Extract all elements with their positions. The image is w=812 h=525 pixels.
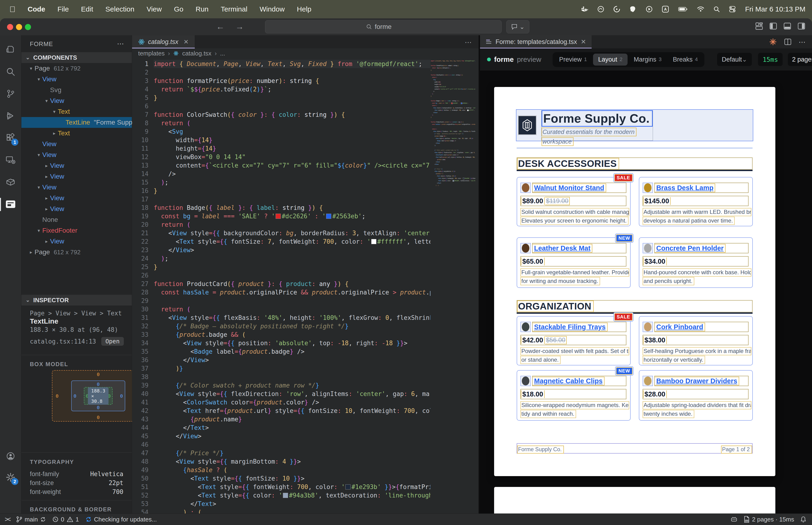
footer-brand[interactable]: Forme Supply Co. (517, 446, 564, 453)
creative-cloud-icon[interactable] (597, 6, 604, 13)
bell-icon[interactable] (800, 516, 806, 523)
product-card-leather-desk-mat[interactable]: NEWLeather Desk Mat$65.00Full-grain vege… (517, 237, 631, 288)
doc-tagline-line[interactable]: workspace (541, 137, 573, 146)
update-status[interactable]: Checking for updates... (86, 516, 157, 523)
code-area[interactable]: import { Document, Page, View, Text, Svg… (154, 60, 430, 514)
sidebar-item-account[interactable] (0, 446, 21, 466)
tree-item-none-14[interactable]: None (21, 214, 132, 225)
product-name-link[interactable]: Concrete Pen Holder (655, 244, 725, 253)
product-card-magnetic-cable-clips[interactable]: NEWMagnetic Cable Clips$18.00Silicone-wr… (517, 370, 631, 421)
editor-actions-more-icon[interactable]: ⋯ (465, 38, 473, 46)
zoom-window-button[interactable] (25, 24, 31, 30)
breadcrumb-templates[interactable]: templates (138, 50, 165, 57)
product-card-cork-pinboard[interactable]: Cork Pinboard$38.00Self-healing Portugue… (639, 316, 753, 365)
product-name-link[interactable]: Magnetic Cable Clips (533, 377, 604, 386)
product-name-link[interactable]: Bamboo Drawer Dividers (655, 377, 739, 386)
swirl-icon[interactable] (613, 6, 620, 13)
mode-margins[interactable]: Margins3 (628, 54, 667, 65)
tree-item-view-10[interactable]: ▸View (21, 171, 132, 182)
battery-icon[interactable] (678, 7, 688, 12)
docker-icon[interactable]: ! (581, 6, 588, 12)
sidebar-item-settings[interactable]: 2 (0, 467, 21, 487)
template-dropdown[interactable]: Default ⌄ (717, 53, 752, 66)
preview-page-1[interactable]: Forme Supply Co. Curated essentials for … (494, 87, 775, 476)
doc-footer[interactable]: Forme Supply Co. Page 1 of 2 (517, 443, 753, 453)
tree-item-page-17[interactable]: ▸Page612 x 792 (21, 247, 132, 258)
tree-item-textline-5[interactable]: TextLine"Forme Supply... (21, 117, 132, 128)
command-center-search[interactable]: forme (265, 20, 502, 33)
product-name-link[interactable]: Brass Desk Lamp (655, 183, 715, 192)
menu-item-selection[interactable]: Selection (106, 5, 134, 13)
forme-pages-status[interactable]: PDF 2 pages · 15ms (744, 516, 794, 523)
toggle-secondary-sidebar-icon[interactable] (797, 22, 806, 30)
sidebar-item-extensions[interactable]: 1 (0, 128, 21, 148)
product-card-stackable-filing-trays[interactable]: SALEStackable Filing Trays$42.00$56.00Po… (517, 316, 631, 365)
sidebar-item-source-control[interactable] (0, 84, 21, 104)
sidebar-item-forme[interactable] (0, 194, 21, 214)
menu-item-code[interactable]: Code (28, 5, 45, 13)
sidebar-item-package[interactable] (0, 172, 21, 192)
close-icon[interactable]: ✕ (581, 38, 586, 46)
menu-item-terminal[interactable]: Terminal (221, 5, 247, 13)
tree-item-view-1[interactable]: ▾View (21, 74, 132, 85)
apple-menu-icon[interactable]:  (10, 5, 16, 14)
minimize-window-button[interactable] (16, 24, 22, 30)
product-name-link[interactable]: Walnut Monitor Stand (533, 183, 606, 192)
product-name-link[interactable]: Stackable Filing Trays (533, 322, 608, 331)
menu-item-help[interactable]: Help (297, 5, 311, 13)
tree-item-view-16[interactable]: ▸View (21, 236, 132, 247)
tree-item-view-13[interactable]: ▸View (21, 204, 132, 214)
mode-layout[interactable]: Layout2 (593, 54, 628, 65)
branch-indicator[interactable]: main (16, 516, 46, 523)
tree-item-view-11[interactable]: ▾View (21, 182, 132, 193)
split-editor-icon[interactable] (784, 38, 792, 46)
remote-indicator[interactable]: >< (5, 515, 10, 523)
doc-section-title-box[interactable]: DESK ACCESSORIES (517, 158, 753, 170)
tree-item-view-12[interactable]: ▸View (21, 193, 132, 204)
menu-item-run[interactable]: Run (196, 5, 209, 13)
menu-item-go[interactable]: Go (174, 5, 183, 13)
menu-item-window[interactable]: Window (260, 5, 285, 13)
doc-tagline-line[interactable]: Curated essentials for the modern (541, 127, 637, 136)
wifi-icon[interactable] (697, 6, 704, 12)
breadcrumb-symbol[interactable]: ... (220, 50, 225, 57)
copilot-chat-button[interactable]: ⌄ (506, 20, 530, 33)
forward-arrow-icon[interactable]: → (235, 21, 244, 31)
doc-header-band[interactable]: Forme Supply Co. Curated essentials for … (516, 109, 753, 141)
product-card-walnut-monitor-stand[interactable]: SALEWalnut Monitor Stand$89.00$119.00Sol… (517, 177, 631, 226)
preview-page-2[interactable]: WRITING INSTRUMENTS (494, 487, 775, 514)
menu-item-view[interactable]: View (147, 5, 162, 13)
postgres-icon[interactable] (629, 6, 637, 13)
minimap[interactable]: import { Document, Page, View, Text, Svg… (431, 60, 475, 514)
sidebar-item-run-debug[interactable] (0, 106, 21, 126)
sidebar-item-remote-explorer[interactable] (0, 150, 21, 170)
product-card-concrete-pen-holder[interactable]: Concrete Pen Holder$34.00Hand-poured con… (639, 237, 753, 288)
close-window-button[interactable] (7, 24, 13, 30)
doc-brand-title[interactable]: Forme Supply Co. (541, 110, 653, 127)
tree-item-fixedfooter-15[interactable]: ▾FixedFooter (21, 225, 132, 236)
problems-indicator[interactable]: 0 1 (52, 516, 79, 523)
tree-item-svg-2[interactable]: Svg (21, 85, 132, 95)
product-card-brass-desk-lamp[interactable]: Brass Desk Lamp$145.00Adjustable arm wit… (639, 177, 753, 226)
inspector-section-header[interactable]: ⌄INSPECTOR (21, 295, 132, 305)
back-arrow-icon[interactable]: ← (216, 21, 225, 31)
toggle-panel-icon[interactable] (783, 22, 791, 30)
doc-divider[interactable] (517, 148, 753, 149)
sidebar-item-explorer[interactable] (0, 40, 21, 60)
product-name-link[interactable]: Leather Desk Mat (533, 244, 592, 253)
open-source-button[interactable]: Open (101, 337, 124, 346)
more-actions-icon[interactable]: ⋯ (799, 38, 806, 46)
doc-section-title-box[interactable]: ORGANIZATION (517, 300, 753, 312)
play-circle-icon[interactable] (646, 6, 653, 13)
tab-catalog-tsx[interactable]: catalog.tsx ✕ (132, 35, 195, 48)
components-section-header[interactable]: ⌄COMPONENTS (21, 52, 132, 63)
mode-preview[interactable]: Preview1 (554, 54, 592, 65)
breadcrumb[interactable]: templates› catalog.tsx› ... (132, 48, 479, 58)
control-center-icon[interactable] (729, 6, 736, 13)
spotlight-icon[interactable] (714, 6, 720, 12)
menu-item-edit[interactable]: Edit (81, 5, 93, 13)
mode-breaks[interactable]: Breaks4 (668, 54, 703, 65)
customize-layout-icon[interactable] (755, 22, 763, 30)
tab-forme-preview[interactable]: Forme: templates/catalog.tsx ✕ (480, 35, 592, 48)
tree-item-view-3[interactable]: ▾View (21, 95, 132, 106)
